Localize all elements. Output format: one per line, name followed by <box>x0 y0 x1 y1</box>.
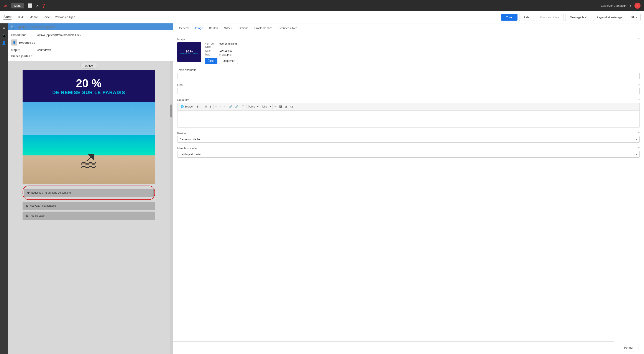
format-button[interactable]: Aa <box>288 105 294 109</box>
aide-inline-button[interactable]: ⊕ Aide <box>80 63 98 68</box>
plus-icon-2: ⊕ <box>26 204 28 207</box>
position-help-icon[interactable]: ? <box>638 132 640 135</box>
tab-general[interactable]: Général <box>176 23 192 33</box>
image-section-header: Image ? <box>177 38 640 41</box>
align-center-button[interactable]: ≡ <box>218 105 222 109</box>
tab-bouton[interactable]: Bouton <box>206 23 220 33</box>
tab-mobile[interactable]: Mobile <box>30 14 38 20</box>
add-content-paragraph-label: Nouveau : Paragraphe de contenu <box>31 191 71 194</box>
sous-titre-label: Sous-titre <box>177 98 190 101</box>
scrollbar-thumb[interactable] <box>170 104 172 117</box>
source-globe-icon: 🌐 <box>180 105 184 108</box>
page-icon[interactable]: ⬜ <box>28 3 32 8</box>
add-paragraph-button[interactable]: ⊕ Nouveau : Paragraphe <box>22 202 155 210</box>
help-icon[interactable]: ❓ <box>42 4 46 8</box>
menu-button[interactable]: Menu <box>11 3 24 8</box>
sidebar-desktop-icon[interactable]: 🖥 <box>2 26 6 30</box>
lien-label: Lien <box>177 83 183 86</box>
position-select[interactable]: Centré sous le lien <box>177 136 640 143</box>
email-banner: 20 % DE REMISE SUR LE PARADIS <box>22 70 155 102</box>
rich-toolbar: 🌐 Source B I U S ≡ ≡ ≡ 🔗 🔗 📋 P <box>177 103 640 110</box>
tab-groupes-cibles[interactable]: Groupes cibles <box>276 23 300 33</box>
fermer-button[interactable]: Fermer <box>619 344 639 352</box>
close-icon[interactable]: ✕ <box>36 4 39 8</box>
tab-swyn[interactable]: SWYN <box>222 23 235 33</box>
search-icon: 🔍 <box>10 25 14 29</box>
tab-options[interactable]: Options <box>236 23 251 33</box>
identity-section: Identité visuelle ? Habillage du texte <box>177 147 640 158</box>
strikethrough-button[interactable]: S <box>209 105 213 109</box>
font-dropdown-icon[interactable]: ▼ <box>256 105 259 108</box>
position-label-row: Position ? <box>177 132 640 135</box>
paste-button[interactable]: 📋 <box>240 105 246 109</box>
font-selector[interactable]: Police <box>247 105 256 108</box>
top-bar: ∞ Menu ⬜ ✕ ❓ Episerver Campaign ▼ A <box>0 0 644 11</box>
add-content-paragraph-button[interactable]: ⊕ Nouveau : Paragraphe de contenu <box>24 189 154 197</box>
filename-row: Nom de fichier oberer_teil.png <box>204 42 640 48</box>
image-section-title: Image <box>177 38 185 41</box>
sous-titre-label-row: Sous-titre ? <box>177 98 640 101</box>
sidebar-mobile-icon[interactable]: 📱 <box>2 33 6 37</box>
sidebar-user-icon[interactable]: 👤 <box>2 41 6 45</box>
tab-texte[interactable]: Texte <box>43 14 50 20</box>
image-thumbnail: 20 % DE REMISE SUR LE PARADIS <box>177 42 201 62</box>
table-insert-button[interactable]: ⊞ <box>284 105 288 109</box>
position-select-wrapper: Centré sous le lien <box>177 136 640 143</box>
replyto-field-row: 👤 Réponse à : <box>11 38 169 47</box>
email-search-bar: 🔍 <box>8 23 173 30</box>
size-selector[interactable]: Taille <box>260 105 268 108</box>
size-dropdown-icon[interactable]: ▼ <box>269 105 272 108</box>
link-button[interactable]: 🔗 <box>228 105 234 109</box>
aide-button[interactable]: Aide <box>519 14 534 21</box>
underline-button[interactable]: U <box>204 105 208 109</box>
email-beach-image[interactable]: 🏖 <box>22 102 155 184</box>
subject-value: countdown <box>37 48 51 52</box>
identity-help-icon[interactable]: ? <box>638 147 640 150</box>
lien-input[interactable] <box>177 88 640 94</box>
groupes-cibles-button[interactable]: Groupes cibles <box>536 14 564 21</box>
add-paragraph-label: Nouveau : Paragraphe <box>30 204 56 207</box>
tab-profils-clics[interactable]: Profils de clics <box>252 23 275 33</box>
tab-version-en-ligne[interactable]: Version en ligne <box>55 14 75 20</box>
identity-label: Identité visuelle <box>177 147 197 150</box>
lien-help-icon[interactable]: ? <box>638 83 640 86</box>
italic-button[interactable]: I <box>200 105 203 109</box>
indent-button[interactable]: ⇥ <box>273 105 278 109</box>
align-left-button[interactable]: ≡ <box>214 105 218 109</box>
campaign-name: Episerver Campaign <box>601 4 626 7</box>
alt-text-input[interactable] <box>177 73 640 79</box>
email-scrollbar[interactable] <box>170 61 173 354</box>
email-canvas[interactable]: ⊕ Aide 20 % DE REMISE SUR LE PARADIS <box>8 61 170 354</box>
source-button[interactable]: 🌐 Source <box>179 105 194 109</box>
tour-button[interactable]: Tour <box>501 14 518 20</box>
email-search-input[interactable] <box>16 25 170 29</box>
message-test-button[interactable]: Message test <box>565 14 591 21</box>
add-footer-button[interactable]: ⊕ Ped de page <box>22 212 155 220</box>
identity-select[interactable]: Habillage du texte <box>177 151 640 158</box>
sender-value: optivo (optivo@from.broadmail.de) <box>37 33 81 37</box>
tab-editer[interactable]: Éditer <box>4 14 12 20</box>
image-help-icon[interactable]: ? <box>638 38 640 41</box>
right-panel: Général Image Bouton SWYN Options Profil… <box>173 23 644 354</box>
action-bar: Éditer HTML Mobile Texte Version en lign… <box>0 11 644 23</box>
plus-button[interactable]: Plus <box>628 14 640 21</box>
position-section: Position ? Centré sous le lien <box>177 132 640 143</box>
bold-button[interactable]: B <box>196 105 200 109</box>
edit-image-button[interactable]: Éditer <box>204 58 218 64</box>
alt-text-label-row: Texte alternatif <box>177 68 640 71</box>
user-avatar[interactable]: A <box>634 2 640 9</box>
tab-html[interactable]: HTML <box>17 14 24 20</box>
campaign-dropdown[interactable]: ▼ <box>629 4 632 7</box>
align-right-button[interactable]: ≡ <box>223 105 226 109</box>
size-row: Taille 176,158 kb <box>204 49 640 52</box>
tab-image[interactable]: Image <box>192 23 206 33</box>
sous-titre-help-icon[interactable]: ? <box>638 98 640 101</box>
delete-image-button[interactable]: Supprimer <box>219 58 238 64</box>
app-logo: ∞ <box>4 3 7 8</box>
alt-text-section: Texte alternatif <box>177 68 640 79</box>
rich-editor-area[interactable] <box>177 110 640 128</box>
unlink-button[interactable]: 🔗 <box>234 105 240 109</box>
filename-label: Nom de fichier <box>204 42 218 48</box>
image-insert-button[interactable]: 🖼 <box>278 105 283 109</box>
pages-atterrissage-button[interactable]: Pages d'atterrissage <box>593 14 626 21</box>
